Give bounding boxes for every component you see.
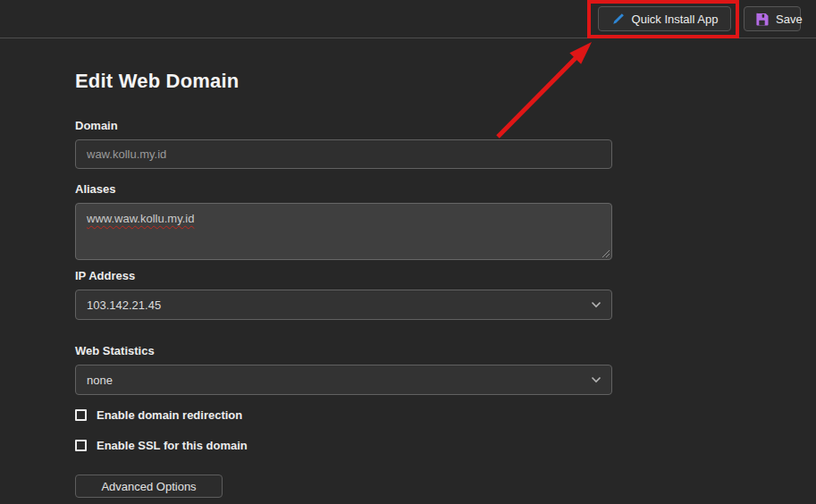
quick-install-app-label: Quick Install App [632, 13, 719, 26]
textarea-resize-handle[interactable] [601, 248, 610, 257]
top-toolbar: Quick Install App Save [0, 0, 816, 38]
page-title: Edit Web Domain [75, 70, 612, 93]
enable-domain-redirection-option[interactable]: Enable domain redirection [75, 408, 612, 422]
edit-web-domain-form: Edit Web Domain Domain Aliases www.waw.k… [75, 39, 612, 498]
ssl-checkbox[interactable] [75, 440, 87, 451]
ssl-label: Enable SSL for this domain [97, 439, 248, 452]
enable-ssl-option[interactable]: Enable SSL for this domain [75, 439, 612, 452]
web-statistics-selected-value: none [87, 374, 113, 387]
domain-input[interactable] [75, 139, 612, 169]
ip-address-label: IP Address [75, 269, 612, 282]
web-statistics-select[interactable]: none [75, 365, 612, 395]
chevron-down-icon [591, 301, 601, 308]
aliases-value: www.waw.kollu.my.id [87, 212, 194, 225]
chevron-down-icon [591, 376, 601, 383]
domain-label: Domain [75, 119, 612, 132]
ip-address-selected-value: 103.142.21.45 [87, 298, 161, 312]
domain-redirection-checkbox[interactable] [75, 409, 87, 421]
floppy-disk-icon [755, 13, 769, 26]
quick-install-app-button[interactable]: Quick Install App [598, 6, 731, 31]
web-statistics-label: Web Statistics [75, 344, 612, 357]
aliases-label: Aliases [75, 182, 612, 196]
ip-address-select[interactable]: 103.142.21.45 [75, 290, 612, 320]
domain-redirection-label: Enable domain redirection [97, 408, 242, 422]
advanced-options-button[interactable]: Advanced Options [75, 475, 223, 498]
aliases-textarea[interactable]: www.waw.kollu.my.id [75, 203, 612, 260]
pencil-icon [611, 13, 625, 26]
save-button[interactable]: Save [744, 6, 801, 31]
save-label: Save [776, 13, 803, 26]
